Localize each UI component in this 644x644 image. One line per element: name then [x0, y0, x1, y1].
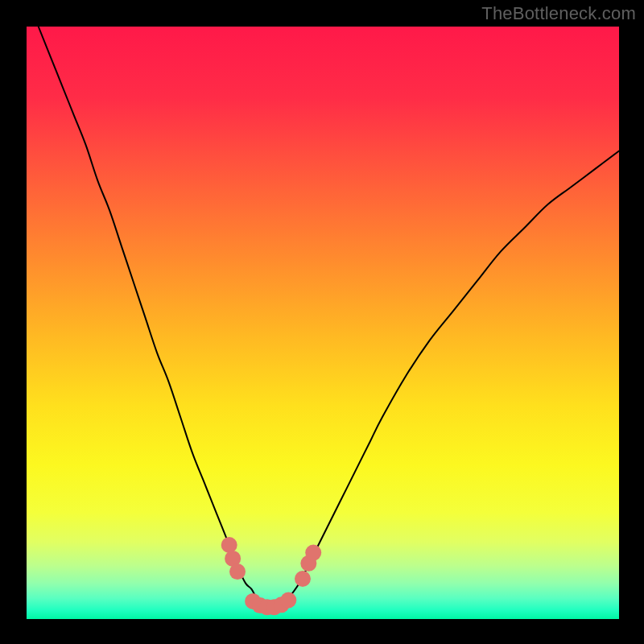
chart-svg: [0, 0, 644, 644]
curve-marker: [295, 571, 311, 587]
curve-marker: [229, 564, 246, 580]
curve-marker: [221, 537, 237, 553]
curve-marker: [305, 545, 321, 561]
plot-background: [27, 27, 619, 619]
chart-stage: TheBottleneck.com: [0, 0, 644, 644]
curve-marker: [280, 592, 296, 608]
